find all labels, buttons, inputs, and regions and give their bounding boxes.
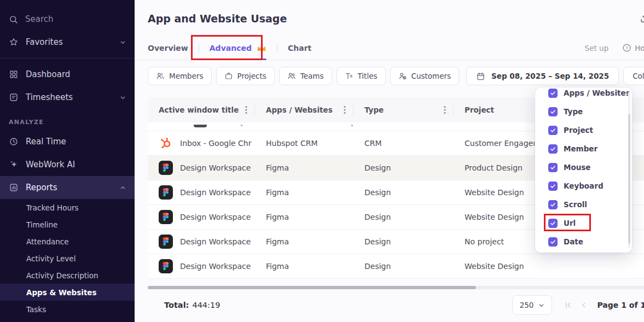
first-page-button[interactable] [564, 301, 572, 309]
tab-divider [199, 44, 199, 52]
page-size-value: 250 [520, 301, 534, 309]
sidebar-item-tasks[interactable]: Tasks [0, 301, 135, 318]
figma-logo-icon [159, 235, 173, 249]
sidebar-item-tracked-hours[interactable]: Tracked Hours [0, 199, 135, 216]
column-option-label: Date [564, 237, 583, 246]
tab-overview[interactable]: Overview [148, 36, 188, 60]
tab-advanced[interactable]: Advanced [210, 36, 266, 60]
column-header-label: Type [364, 106, 384, 114]
sidebar-search[interactable]: Search [0, 0, 135, 31]
setup-link[interactable]: Set up [585, 44, 609, 52]
type-text: Design [364, 188, 391, 197]
date-range-picker[interactable]: Sep 08, 2025 – Sep 14, 2025 [466, 67, 619, 85]
app-name-text: Figma [266, 188, 289, 197]
filter-customers-button[interactable]: Customers [390, 67, 460, 85]
column-menu-icon[interactable] [444, 106, 446, 114]
window-title-text: Design Workspace [180, 188, 251, 197]
column-option-keyboard[interactable]: Keyboard [535, 177, 632, 195]
sidebar-item-label: Dashboard [26, 69, 70, 79]
column-option-member[interactable]: Member [535, 139, 632, 158]
cell-active-window-title: Design Workspace [148, 156, 255, 180]
column-header-label: Active window title [159, 106, 239, 114]
filter-members-button[interactable]: Members [148, 67, 212, 85]
filter-teams-button[interactable]: Teams [279, 67, 332, 85]
hubspot-logo-icon [159, 136, 173, 150]
figma-logo-icon [159, 185, 173, 200]
sidebar-item-dashboard[interactable]: Dashboard [0, 63, 135, 86]
sidebar-item-timesheets[interactable]: Timesheets [0, 86, 135, 109]
svg-text:?: ? [626, 46, 628, 51]
column-option-label: Member [564, 144, 597, 153]
dropdown-scrollbar-thumb[interactable] [628, 114, 630, 244]
column-option-mouse[interactable]: Mouse [535, 158, 632, 177]
project-text: Website Design [465, 262, 524, 271]
sidebar-item-label: Timesheets [26, 92, 73, 102]
sidebar-item-favorites[interactable]: Favorites [0, 31, 135, 54]
sidebar-item-label: Apps & Websites [26, 288, 97, 297]
column-option-date[interactable]: Date [535, 232, 632, 251]
filter-projects-button[interactable]: Projects [216, 67, 275, 85]
sidebar-item-activity-level[interactable]: Activity Level [0, 250, 135, 267]
column-option-apps-websites[interactable]: Apps / Websites [535, 87, 632, 102]
window-title-text: Design Workspace [180, 163, 251, 172]
sidebar: Search FavoritesDashboardTimesheetsANALY… [0, 0, 135, 322]
filter-label: Members [169, 72, 204, 80]
column-option-label: Type [564, 107, 583, 116]
cell-type: CRM [353, 131, 454, 156]
cell-type: Design [353, 180, 454, 205]
column-menu-icon[interactable] [245, 106, 247, 114]
sidebar-item-activity-description[interactable]: Activity Description [0, 267, 135, 284]
sidebar-item-label: WebWork AI [26, 160, 75, 169]
calendar-icon [476, 72, 485, 81]
checkbox-checked-icon [548, 182, 558, 191]
column-option-project[interactable]: Project [535, 121, 632, 139]
column-option-scroll[interactable]: Scroll [535, 195, 632, 214]
sidebar-item-apps-websites[interactable]: Apps & Websites [0, 284, 135, 301]
tab-chart[interactable]: Chart [288, 36, 311, 60]
sidebar-item-timeline[interactable]: Timeline [0, 216, 135, 233]
sidebar-item-real-time[interactable]: Real Time [0, 130, 135, 153]
horizontal-scrollbar-thumb[interactable] [148, 286, 476, 289]
cell-type: Design [353, 254, 454, 279]
sidebar-section-label: ANALYZE [0, 109, 135, 130]
columns-button[interactable]: Columns [623, 67, 644, 85]
cell-active-window-title: Inbox - Google Chr [148, 131, 255, 156]
filter-label: Teams [300, 72, 324, 80]
previous-page-button[interactable] [579, 301, 588, 309]
checkbox-checked-icon [548, 126, 558, 135]
tab-label: Overview [148, 44, 188, 52]
app-icon [194, 125, 207, 127]
sidebar-item-reports[interactable]: Reports [0, 176, 135, 199]
cell-type: Design [353, 205, 454, 230]
cell-app-website: Figma [255, 205, 353, 230]
sidebar-item-label: Reports [26, 183, 57, 192]
column-option-label: Scroll [564, 200, 587, 209]
cell-type: Design [353, 230, 454, 254]
sidebar-item-label: Activity Description [26, 271, 98, 280]
filter-titles-button[interactable]: Titles [336, 67, 386, 85]
page-size-select[interactable]: 250 [512, 295, 553, 315]
filter-label: Projects [237, 72, 266, 80]
teams-icon [287, 72, 296, 80]
how-to-use-link[interactable]: ? How to use? [623, 44, 644, 52]
app-name-text: Figma [266, 262, 289, 271]
export-icon [640, 14, 644, 24]
column-option-label: Apps / Websites [564, 89, 630, 97]
sidebar-item-attendance[interactable]: Attendance [0, 233, 135, 250]
column-option-type[interactable]: Type [535, 102, 632, 121]
sidebar-item-label: Tracked Hours [26, 203, 79, 212]
column-option-label: Url [564, 219, 576, 227]
app-name-text: Figma [266, 213, 289, 221]
type-text: Design [364, 237, 391, 246]
app-name-text: Figma [266, 163, 289, 172]
column-menu-icon[interactable] [344, 106, 346, 114]
chevron-down-icon [538, 302, 544, 308]
column-option-url[interactable]: Url [535, 214, 632, 232]
export-button[interactable]: Export [640, 14, 644, 24]
sidebar-item-label: Timeline [26, 220, 57, 229]
columns-dropdown-panel: Apps / WebsitesTypeProjectMemberMouseKey… [535, 87, 632, 253]
tab-label: Advanced [210, 44, 252, 52]
sidebar-item-webwork-ai[interactable]: WebWork AI [0, 153, 135, 176]
cell-app-website: Hubspot CRM [255, 131, 353, 156]
column-option-label: Project [564, 126, 593, 134]
